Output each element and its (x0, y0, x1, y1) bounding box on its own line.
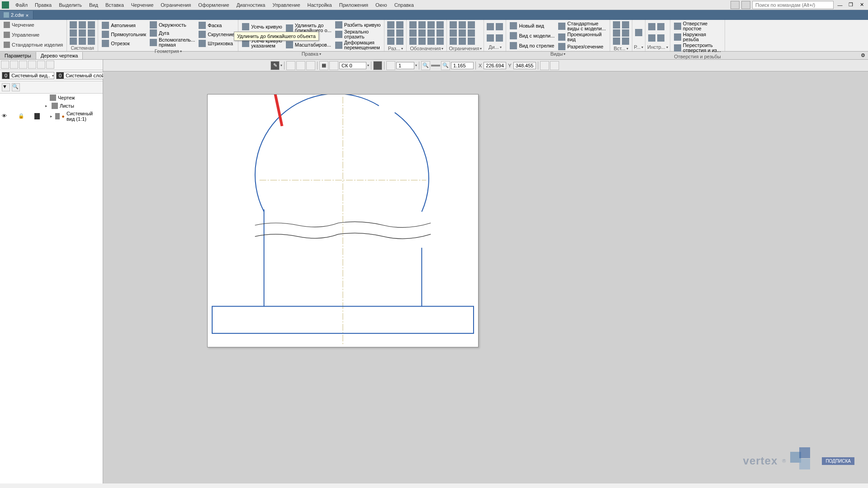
params-gear-icon[interactable]: ⚙ (858, 52, 868, 58)
arc-button[interactable]: Дуга (148, 29, 197, 37)
constr-btn-9[interactable] (467, 37, 476, 45)
constr-btn-3[interactable] (449, 37, 458, 45)
mirror-button[interactable]: Зеркально отразить (333, 29, 383, 40)
command-search-input[interactable] (752, 1, 834, 9)
expand-icon[interactable]: ▸ (45, 104, 50, 108)
menu-constraints[interactable]: Ограничения (157, 1, 194, 9)
drawing-canvas[interactable]: vertex ® ПОДПИСКА (103, 71, 868, 483)
constr-btn-7[interactable] (467, 21, 476, 29)
search-tree-icon[interactable]: 🔍 (12, 83, 20, 91)
dim-dropdown-icon[interactable]: ▾ (401, 47, 403, 51)
constr-btn-1[interactable] (449, 21, 458, 29)
document-tab[interactable]: 2.cdw × (0, 11, 33, 19)
menu-diagnostics[interactable]: Диагностика (233, 1, 269, 9)
paste-button[interactable] (87, 29, 96, 37)
ins-btn-6[interactable] (621, 37, 630, 45)
anno-btn-6[interactable] (417, 37, 427, 45)
diag-btn-1[interactable] (486, 23, 495, 31)
anno-btn-4[interactable] (417, 21, 427, 29)
constr-btn-2[interactable] (449, 29, 458, 37)
dim-btn-4[interactable] (395, 21, 404, 29)
constr-btn-8[interactable] (467, 29, 476, 37)
tools-dropdown-icon[interactable]: ▾ (666, 45, 668, 49)
model-view-button[interactable]: Вид с модели... (508, 32, 556, 40)
anno-btn-1[interactable] (408, 21, 417, 29)
diag-btn-2[interactable] (486, 34, 495, 42)
autoline-button[interactable]: Автолиния (100, 21, 148, 29)
layout-btn-1[interactable] (730, 1, 740, 9)
panel-btn-4[interactable] (28, 61, 36, 69)
zoom-slider[interactable] (431, 65, 440, 66)
coord-sys-select[interactable] (339, 62, 366, 69)
lock-icon[interactable]: 🔒 (18, 113, 24, 119)
menu-edit[interactable]: Правка (31, 1, 55, 9)
ext-thread-button[interactable]: Наружная резьба (672, 32, 723, 43)
arrow-view-button[interactable]: Вид по стрелке (508, 42, 556, 50)
fillet-button[interactable]: Скругление (197, 30, 236, 38)
zoom-out-button[interactable]: 🔍 (421, 61, 430, 70)
circle-button[interactable]: Окружность (148, 21, 197, 29)
anno-dropdown-icon[interactable]: ▾ (441, 47, 443, 51)
y-coord-input[interactable] (513, 62, 536, 69)
new-doc-button[interactable] (69, 21, 78, 29)
ortho-btn[interactable] (329, 61, 338, 70)
rectangle-button[interactable]: Прямоугольник (100, 30, 148, 38)
scale-btn[interactable] (386, 61, 395, 70)
cut-button[interactable] (87, 37, 96, 45)
grid-btn[interactable]: ▦ (319, 61, 328, 70)
ins-btn-2[interactable] (612, 29, 621, 37)
save-button[interactable] (78, 21, 87, 29)
anno-btn-12[interactable] (436, 37, 445, 45)
menu-insert[interactable]: Вставка (102, 1, 128, 9)
maximize-button[interactable]: ❐ (846, 1, 855, 9)
diag-dropdown-icon[interactable]: ▾ (500, 45, 502, 49)
panel-btn-3[interactable] (19, 61, 27, 69)
tree-sheets[interactable]: ▸ Листы (0, 102, 103, 110)
anno-btn-3[interactable] (408, 37, 417, 45)
r-dropdown-icon[interactable]: ▾ (641, 45, 643, 49)
diag-btn-3[interactable] (495, 23, 504, 31)
proj-view-button[interactable]: Проекционный вид (556, 32, 607, 43)
views-dropdown-icon[interactable]: ▾ (564, 52, 565, 56)
ins-dropdown-icon[interactable]: ▾ (626, 47, 628, 51)
dark-btn[interactable] (373, 61, 382, 70)
ins-btn-1[interactable] (612, 21, 621, 29)
mode-std-products[interactable]: Стандартные изделия (0, 40, 66, 50)
menu-select[interactable]: Выделить (55, 1, 85, 9)
dim-btn-2[interactable] (386, 29, 395, 37)
trim-curve-button[interactable]: Усечь кривую (240, 23, 284, 31)
panel-btn-5[interactable] (37, 61, 45, 69)
snap-btn-1[interactable] (286, 61, 295, 70)
print-button[interactable] (78, 29, 87, 37)
menu-file[interactable]: Файл (12, 1, 31, 9)
panel-btn-2[interactable] (10, 61, 18, 69)
mode-manage[interactable]: Управление (0, 30, 66, 40)
scale-button[interactable]: Масштабиров... (284, 41, 333, 49)
scale-input[interactable] (396, 62, 414, 69)
constr-btn-5[interactable] (458, 29, 467, 37)
redo-button[interactable] (78, 37, 87, 45)
pencil-dropdown-icon[interactable]: ▾ (280, 63, 282, 67)
rebuild-button[interactable]: Перестроить отверстия и из... (672, 43, 723, 53)
anno-btn-7[interactable] (427, 21, 436, 29)
constr-btn-6[interactable] (458, 37, 467, 45)
ins-btn-5[interactable] (621, 29, 630, 37)
layout-btn-2[interactable] (741, 1, 750, 9)
anno-btn-8[interactable] (427, 29, 436, 37)
new-view-button[interactable]: Новый вид (508, 22, 556, 30)
tree-root[interactable]: Чертеж (0, 94, 103, 102)
dim-btn-5[interactable] (395, 29, 404, 37)
menu-help[interactable]: Справка (391, 1, 417, 9)
hatch-button[interactable]: Штриховка (197, 39, 236, 47)
expand-sysview-icon[interactable]: ▸ (50, 114, 53, 118)
eyedrop-btn[interactable] (550, 61, 559, 70)
constr-btn-4[interactable] (458, 21, 467, 29)
aux-line-button[interactable]: Вспомогатель... прямая (148, 37, 197, 48)
move-deform-button[interactable]: Деформация перемещением (333, 40, 383, 51)
tool-btn-1[interactable] (647, 23, 656, 31)
menu-applications[interactable]: Приложения (336, 1, 372, 9)
r-btn-1[interactable] (634, 28, 643, 37)
menu-design[interactable]: Оформление (194, 1, 232, 9)
undo-button[interactable] (69, 37, 78, 45)
geometry-dropdown-icon[interactable]: ▾ (180, 49, 182, 53)
